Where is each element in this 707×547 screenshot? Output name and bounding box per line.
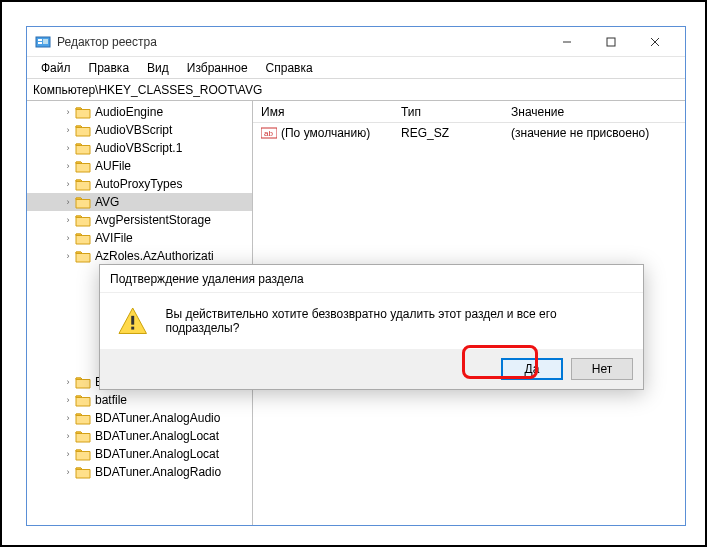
- dialog-title: Подтверждение удаления раздела: [100, 265, 643, 293]
- expand-arrow-icon[interactable]: ›: [63, 251, 73, 261]
- tree-item-label: BDATuner.AnalogRadio: [95, 465, 221, 479]
- tree-item-label: AVIFile: [95, 231, 133, 245]
- list-row[interactable]: ab (По умолчанию) REG_SZ (значение не пр…: [253, 123, 685, 143]
- tree-item[interactable]: ›AudioEngine: [27, 103, 252, 121]
- svg-rect-12: [131, 327, 134, 330]
- regedit-icon: [35, 34, 51, 50]
- tree-item[interactable]: ›AvgPersistentStorage: [27, 211, 252, 229]
- menu-help[interactable]: Справка: [258, 59, 321, 77]
- tree-item-label: AvgPersistentStorage: [95, 213, 211, 227]
- dialog-button-bar: Да Нет: [100, 349, 643, 389]
- tree-item-label: AutoProxyTypes: [95, 177, 182, 191]
- tree-item-label: AudioEngine: [95, 105, 163, 119]
- dialog-message: Вы действительно хотите безвозвратно уда…: [165, 307, 625, 335]
- svg-text:ab: ab: [264, 129, 273, 138]
- value-name: (По умолчанию): [281, 126, 370, 140]
- folder-icon: [75, 177, 91, 191]
- tree-item[interactable]: ›batfile: [27, 391, 252, 409]
- tree-item[interactable]: ›BDATuner.AnalogRadio: [27, 463, 252, 481]
- yes-button[interactable]: Да: [501, 358, 563, 380]
- folder-icon: [75, 213, 91, 227]
- maximize-button[interactable]: [589, 28, 633, 56]
- folder-icon: [75, 429, 91, 443]
- window-title: Редактор реестра: [57, 35, 157, 49]
- menu-favorites[interactable]: Избранное: [179, 59, 256, 77]
- tree-item[interactable]: ›BDATuner.AnalogLocat: [27, 445, 252, 463]
- tree-item-label: AUFile: [95, 159, 131, 173]
- svg-rect-3: [43, 39, 48, 44]
- warning-icon: [118, 307, 147, 335]
- tree-item[interactable]: ›AVIFile: [27, 229, 252, 247]
- expand-arrow-icon[interactable]: ›: [63, 143, 73, 153]
- expand-arrow-icon[interactable]: ›: [63, 467, 73, 477]
- value-type: REG_SZ: [393, 126, 503, 140]
- tree-item[interactable]: ›BDATuner.AnalogAudio: [27, 409, 252, 427]
- tree-item[interactable]: ›AVG: [27, 193, 252, 211]
- folder-icon: [75, 375, 91, 389]
- col-type[interactable]: Тип: [393, 105, 503, 119]
- svg-rect-11: [131, 316, 134, 325]
- tree-item-label: BDATuner.AnalogAudio: [95, 411, 220, 425]
- tree-item[interactable]: ›AUFile: [27, 157, 252, 175]
- tree-item-label: AudioVBScript: [95, 123, 172, 137]
- confirm-delete-dialog: Подтверждение удаления раздела Вы действ…: [99, 264, 644, 390]
- expand-arrow-icon[interactable]: ›: [63, 197, 73, 207]
- folder-icon: [75, 249, 91, 263]
- folder-icon: [75, 195, 91, 209]
- expand-arrow-icon[interactable]: ›: [63, 233, 73, 243]
- folder-icon: [75, 447, 91, 461]
- menu-view[interactable]: Вид: [139, 59, 177, 77]
- expand-arrow-icon[interactable]: ›: [63, 413, 73, 423]
- folder-icon: [75, 141, 91, 155]
- folder-icon: [75, 105, 91, 119]
- svg-rect-5: [607, 38, 615, 46]
- menubar: Файл Правка Вид Избранное Справка: [27, 57, 685, 79]
- tree-item-label: batfile: [95, 393, 127, 407]
- tree-item[interactable]: ›AzRoles.AzAuthorizati: [27, 247, 252, 265]
- folder-icon: [75, 159, 91, 173]
- expand-arrow-icon[interactable]: ›: [63, 377, 73, 387]
- value-data: (значение не присвоено): [503, 126, 685, 140]
- address-bar[interactable]: Компьютер\HKEY_CLASSES_ROOT\AVG: [27, 79, 685, 101]
- expand-arrow-icon[interactable]: ›: [63, 161, 73, 171]
- col-name[interactable]: Имя: [253, 105, 393, 119]
- tree-item-label: BDATuner.AnalogLocat: [95, 447, 219, 461]
- expand-arrow-icon[interactable]: ›: [63, 431, 73, 441]
- tree-item[interactable]: ›AutoProxyTypes: [27, 175, 252, 193]
- tree-item-label: AzRoles.AzAuthorizati: [95, 249, 214, 263]
- folder-icon: [75, 231, 91, 245]
- string-value-icon: ab: [261, 126, 277, 140]
- svg-rect-1: [38, 39, 42, 41]
- tree-item-label: AVG: [95, 195, 119, 209]
- tree-item[interactable]: ›AudioVBScript: [27, 121, 252, 139]
- expand-arrow-icon[interactable]: ›: [63, 449, 73, 459]
- col-value[interactable]: Значение: [503, 105, 685, 119]
- close-button[interactable]: [633, 28, 677, 56]
- tree-item-label: BDATuner.AnalogLocat: [95, 429, 219, 443]
- tree-item-label: AudioVBScript.1: [95, 141, 182, 155]
- titlebar: Редактор реестра: [27, 27, 685, 57]
- menu-edit[interactable]: Правка: [81, 59, 138, 77]
- expand-arrow-icon[interactable]: ›: [63, 215, 73, 225]
- list-header: Имя Тип Значение: [253, 101, 685, 123]
- expand-arrow-icon[interactable]: ›: [63, 395, 73, 405]
- folder-icon: [75, 123, 91, 137]
- minimize-button[interactable]: [545, 28, 589, 56]
- no-button[interactable]: Нет: [571, 358, 633, 380]
- expand-arrow-icon[interactable]: ›: [63, 107, 73, 117]
- tree-item[interactable]: ›AudioVBScript.1: [27, 139, 252, 157]
- folder-icon: [75, 411, 91, 425]
- address-text: Компьютер\HKEY_CLASSES_ROOT\AVG: [33, 83, 262, 97]
- svg-rect-2: [38, 42, 42, 44]
- menu-file[interactable]: Файл: [33, 59, 79, 77]
- tree-item[interactable]: ›BDATuner.AnalogLocat: [27, 427, 252, 445]
- folder-icon: [75, 465, 91, 479]
- expand-arrow-icon[interactable]: ›: [63, 179, 73, 189]
- expand-arrow-icon[interactable]: ›: [63, 125, 73, 135]
- folder-icon: [75, 393, 91, 407]
